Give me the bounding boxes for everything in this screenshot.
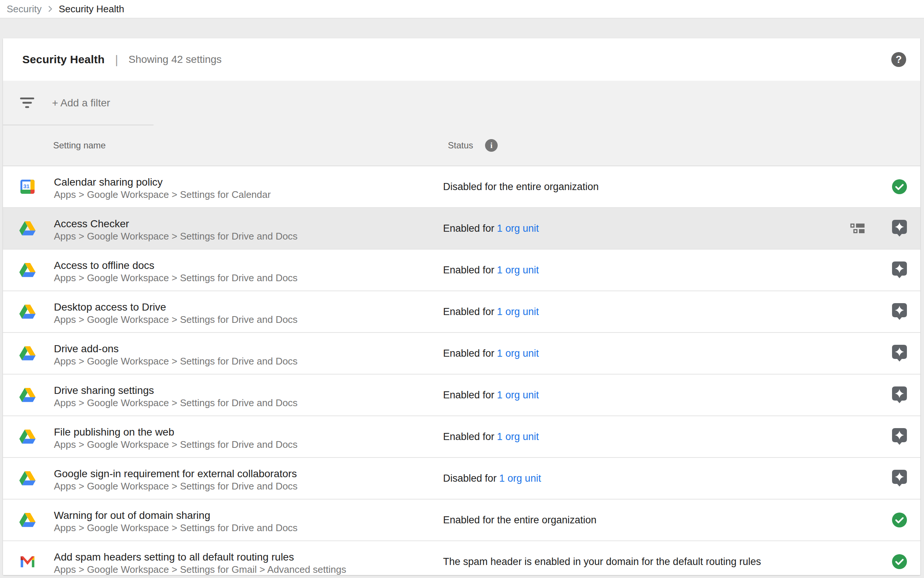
setting-status: Disabled for the entire organization xyxy=(443,181,599,193)
table-header: Setting name Status i xyxy=(3,125,920,166)
table-row[interactable]: Drive add-ons Apps > Google Workspace > … xyxy=(3,333,920,375)
setting-status: Enabled for1 org unit xyxy=(443,306,539,318)
settings-count: Showing 42 settings xyxy=(129,54,222,65)
setting-status: The spam header is enabled in your domai… xyxy=(443,556,761,568)
setting-path: Apps > Google Workspace > Settings for D… xyxy=(54,480,298,492)
org-unit-link[interactable]: 1 org unit xyxy=(497,390,539,401)
setting-status: Enabled for1 org unit xyxy=(443,431,539,443)
status-text: Enabled for xyxy=(443,348,494,359)
setting-name: Add spam headers setting to all default … xyxy=(54,551,294,563)
breadcrumb-current: Security Health xyxy=(59,3,124,15)
table-row[interactable]: Access Checker Apps > Google Workspace >… xyxy=(3,208,920,250)
google-drive-icon xyxy=(19,220,36,237)
status-text: Enabled for xyxy=(443,431,494,442)
setting-status: Enabled for1 org unit xyxy=(443,390,539,401)
breadcrumb-parent-link[interactable]: Security xyxy=(7,3,42,15)
title-divider: | xyxy=(115,53,118,67)
table-row[interactable]: Google sign-in requirement for external … xyxy=(3,458,920,500)
add-filter-button[interactable]: + Add a filter xyxy=(52,97,110,109)
setting-status: Disabled for1 org unit xyxy=(443,473,541,484)
setting-name: Calendar sharing policy xyxy=(54,176,163,188)
setting-status: Enabled for the entire organization xyxy=(443,515,597,526)
setting-name: Access to offline docs xyxy=(54,259,154,272)
recommendation-flag-icon[interactable] xyxy=(892,261,907,278)
filter-list-icon[interactable] xyxy=(20,97,34,109)
google-drive-icon xyxy=(19,262,36,278)
recommendation-flag-icon[interactable] xyxy=(892,386,907,403)
setting-path: Apps > Google Workspace > Settings for D… xyxy=(54,438,298,450)
google-drive-icon xyxy=(19,345,36,362)
table-row[interactable]: Access to offline docs Apps > Google Wor… xyxy=(3,250,920,291)
svg-text:31: 31 xyxy=(23,183,30,189)
status-text: Enabled for the entire organization xyxy=(443,515,597,526)
setting-status: Enabled for1 org unit xyxy=(443,265,539,276)
google-drive-icon xyxy=(19,304,36,320)
setting-path: Apps > Google Workspace > Settings for G… xyxy=(54,563,346,575)
google-drive-icon xyxy=(19,470,36,487)
table-row[interactable]: Desktop access to Drive Apps > Google Wo… xyxy=(3,291,920,333)
org-unit-link[interactable]: 1 org unit xyxy=(497,431,539,442)
breadcrumb: Security Security Health xyxy=(0,0,924,18)
setting-path: Apps > Google Workspace > Settings for D… xyxy=(54,355,298,367)
info-icon[interactable]: i xyxy=(485,139,498,152)
setting-path: Apps > Google Workspace > Settings for C… xyxy=(54,188,270,200)
recommendation-flag-icon[interactable] xyxy=(892,470,907,487)
org-unit-link[interactable]: 1 org unit xyxy=(497,223,539,234)
settings-table-body: 31 Calendar sharing policy Apps > Google… xyxy=(3,166,920,575)
org-unit-link[interactable]: 1 org unit xyxy=(497,348,539,359)
org-units-list-icon xyxy=(850,224,864,233)
column-status: Status i xyxy=(448,139,498,152)
status-text: Enabled for xyxy=(443,306,494,317)
status-text: Enabled for xyxy=(443,223,494,234)
google-drive-icon xyxy=(19,387,36,403)
setting-name: Warning for out of domain sharing xyxy=(54,509,210,522)
table-row[interactable]: Drive sharing settings Apps > Google Wor… xyxy=(3,375,920,416)
google-drive-icon xyxy=(19,512,36,528)
table-row[interactable]: Add spam headers setting to all default … xyxy=(3,541,920,575)
google-gmail-icon xyxy=(19,554,36,570)
security-health-card: Security Health | Showing 42 settings ? … xyxy=(3,38,920,575)
google-drive-icon xyxy=(19,429,36,445)
setting-path: Apps > Google Workspace > Settings for D… xyxy=(54,397,298,409)
table-row[interactable]: File publishing on the web Apps > Google… xyxy=(3,416,920,458)
card-header: Security Health | Showing 42 settings ? xyxy=(3,38,920,81)
recommendation-flag-icon[interactable] xyxy=(892,220,907,237)
setting-name: Access Checker xyxy=(54,218,129,230)
recommendation-flag-icon[interactable] xyxy=(892,428,907,445)
setting-name: File publishing on the web xyxy=(54,426,174,438)
google-calendar-icon: 31 xyxy=(19,179,36,195)
table-row[interactable]: Warning for out of domain sharing Apps >… xyxy=(3,500,920,541)
status-text: The spam header is enabled in your domai… xyxy=(443,556,761,567)
org-unit-link[interactable]: 1 org unit xyxy=(497,265,539,276)
status-text: Enabled for xyxy=(443,265,494,276)
setting-path: Apps > Google Workspace > Settings for D… xyxy=(54,522,298,534)
setting-name: Google sign-in requirement for external … xyxy=(54,468,297,480)
setting-path: Apps > Google Workspace > Settings for D… xyxy=(54,313,298,325)
recommendation-flag-icon[interactable] xyxy=(892,303,907,320)
page-title: Security Health xyxy=(22,53,104,66)
status-ok-icon xyxy=(892,554,907,570)
filter-bar: + Add a filter xyxy=(3,81,920,125)
status-ok-icon xyxy=(892,179,907,195)
help-question-icon[interactable]: ? xyxy=(891,52,906,67)
table-row[interactable]: 31 Calendar sharing policy Apps > Google… xyxy=(3,166,920,208)
setting-name: Desktop access to Drive xyxy=(54,301,166,313)
org-unit-link[interactable]: 1 org unit xyxy=(499,473,541,484)
status-text: Disabled for the entire organization xyxy=(443,181,599,192)
org-unit-link[interactable]: 1 org unit xyxy=(497,306,539,317)
setting-path: Apps > Google Workspace > Settings for D… xyxy=(54,230,298,242)
setting-path: Apps > Google Workspace > Settings for D… xyxy=(54,272,298,284)
status-text: Enabled for xyxy=(443,390,494,401)
column-setting-name: Setting name xyxy=(53,140,105,151)
chevron-right-icon xyxy=(46,5,54,13)
setting-status: Enabled for1 org unit xyxy=(443,223,539,234)
recommendation-flag-icon[interactable] xyxy=(892,345,907,362)
column-status-label: Status xyxy=(448,140,473,151)
setting-name: Drive add-ons xyxy=(54,343,118,355)
setting-status: Enabled for1 org unit xyxy=(443,348,539,359)
status-ok-icon xyxy=(892,512,907,528)
setting-name: Drive sharing settings xyxy=(54,384,154,397)
status-text: Disabled for xyxy=(443,473,497,484)
